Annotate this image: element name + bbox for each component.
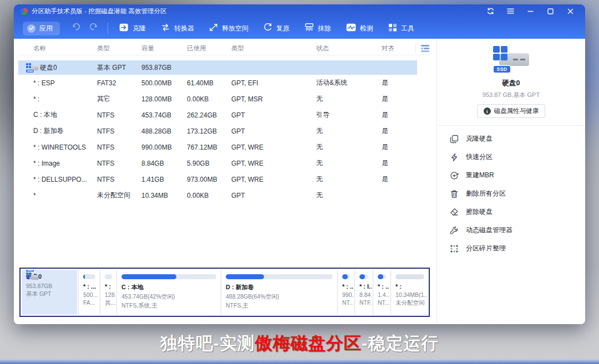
menu-button[interactable] [503, 6, 517, 16]
restore-button[interactable]: 复原 [263, 23, 290, 33]
titlebar[interactable]: 分区助手技术员版 - 挖掘磁盘潜能 高效管理分区 [14, 4, 585, 18]
cell-used: 0.00KB [187, 192, 231, 199]
cell-type: NTFS [97, 160, 141, 167]
row-name-label: 硬盘0 [40, 63, 57, 73]
cell-fs-type: GPT, WRE [231, 143, 316, 151]
column-header: 类型 [231, 44, 316, 53]
cell-type: FAT32 [97, 79, 141, 87]
detect-icon [346, 23, 356, 33]
disk-row[interactable]: SSD硬盘0基本 GPT953.87GB [18, 60, 417, 75]
sidepanel-item-dynamic-disk-manager[interactable]: 动态磁盘管理器 [450, 221, 585, 239]
row-name-label: C : 本地 [33, 110, 57, 120]
maximize-button[interactable] [543, 6, 557, 16]
overview-segment[interactable]: * : ...500...FA... [78, 270, 99, 315]
sidepanel-item-delete-all-partitions[interactable]: 删除所有分区 [450, 184, 585, 203]
converter-button[interactable]: 转换器 [161, 23, 194, 33]
sidepanel: SSD 硬盘0 953.87 GB,基本 GPT i 磁盘属性与健康 克隆硬盘快… [437, 39, 585, 324]
overview-segment[interactable]: C : 本地453.74GB(42%空闲)NTFS,系统,主 [116, 270, 220, 315]
table-row[interactable]: *未分配空间10.34MB0.00KBGPT无 [18, 187, 417, 203]
segment-fs: 未分配空间 [395, 299, 424, 307]
segment-fs: 其... [105, 299, 112, 307]
sidepanel-item-clone-disk[interactable]: 克隆硬盘 [450, 130, 585, 148]
row-name-label: * [33, 192, 36, 199]
overview-segment[interactable]: * : I...8.84...NTF... [354, 270, 372, 315]
usage-bar [105, 274, 112, 279]
overview-disk-block[interactable]: SSD硬盘0953.87GB基本 GPT [22, 270, 77, 315]
usage-bar [342, 274, 350, 279]
cell-name: * : Image [33, 160, 97, 167]
overview-segment[interactable]: * : ...990...NT... [337, 270, 353, 315]
segment-size: 500... [83, 291, 95, 298]
usage-bar [83, 274, 95, 279]
cell-name: * : ESP [33, 79, 97, 87]
detect-button[interactable]: 检测 [346, 23, 373, 33]
cell-used: 973.00MB [187, 176, 231, 183]
undo-button[interactable] [72, 23, 81, 33]
free-space-button[interactable]: 释放空间 [209, 23, 248, 33]
sidepanel-item-label: 克隆硬盘 [466, 134, 493, 143]
overview-segment[interactable]: * : ...1.4...NT... [373, 270, 389, 315]
cell-name: * [33, 192, 97, 199]
sidepanel-item-rebuild-mbr[interactable]: 重建MBR [450, 166, 585, 184]
disk-properties-button[interactable]: i 磁盘属性与健康 [477, 104, 546, 118]
usage-bar-fill [226, 274, 264, 279]
minimize-button[interactable] [523, 6, 537, 16]
toolbar: 应用 克隆转换器释放空间复原抹除检测工具 [14, 18, 585, 39]
wipe-icon [304, 23, 314, 33]
caption-red-part: 傲梅磁盘分区 [255, 334, 362, 353]
column-header: 名称 [33, 44, 97, 53]
segment-name: * : ... [83, 283, 95, 290]
sidepanel-item-quick-partition[interactable]: 快速分区 [450, 148, 585, 166]
overview-segment[interactable]: D : 新加卷488.28GB(64%空闲)NTFS,主 [221, 270, 336, 315]
toolbar-button-label: 抹除 [318, 24, 331, 33]
table-row[interactable]: * : ESPFAT32500.00MB61.40MBGPT, EFI活动&系统… [18, 75, 417, 91]
close-button[interactable] [563, 6, 577, 16]
disk-icon: SSD [26, 63, 38, 73]
table-row[interactable]: * :其它128.00MB0.00KBGPT, MSR无是 [18, 91, 417, 107]
clone-button[interactable]: 克隆 [119, 23, 146, 33]
column-header: 状态 [316, 44, 382, 53]
cell-name: C : 本地 [33, 110, 97, 120]
segment-fs: NT... [378, 299, 386, 306]
toolbar-button-label: 释放空间 [222, 24, 248, 33]
sidepanel-item-wipe-disk[interactable]: 擦除硬盘 [450, 203, 585, 221]
refresh-button[interactable] [483, 6, 498, 16]
sidepanel-item-label: 删除所有分区 [466, 189, 506, 198]
converter-icon [161, 23, 170, 33]
overview-segment[interactable]: * :10.34MB(1...未分配空间 [390, 270, 428, 315]
undo-redo-group [72, 23, 98, 33]
segment-fs: NTFS,主 [226, 302, 333, 310]
tools-button[interactable]: 工具 [388, 23, 414, 33]
usage-bar-fill [83, 274, 85, 279]
overview-segment[interactable]: * :128...其... [100, 270, 115, 315]
disk-summary-card: SSD 硬盘0 953.87 GB,基本 GPT i 磁盘属性与健康 [437, 39, 585, 118]
view-options-icon[interactable] [415, 43, 430, 53]
cell-capacity: 990.00MB [141, 143, 187, 151]
screen: 分区助手技术员版 - 挖掘磁盘潜能 高效管理分区 应用 [0, 0, 599, 364]
table-row[interactable]: * : WINRETOOLSNTFS990.00MB767.12MBGPT, W… [18, 139, 417, 155]
toolbar-buttons: 克隆转换器释放空间复原抹除检测工具 [119, 23, 414, 33]
cell-name: * : WINRETOOLS [33, 143, 97, 151]
caption-part2: -稳定运行 [362, 334, 439, 353]
sidepanel-item-defragment[interactable]: 分区碎片整理 [450, 239, 585, 258]
segment-size: 8.84... [359, 291, 368, 298]
column-header: 已使用 [187, 44, 231, 53]
apply-button[interactable]: 应用 [23, 22, 60, 35]
table-row[interactable]: * : DELLSUPPO...NTFS1.41GB973.00MBGPT, W… [18, 171, 417, 187]
redo-button[interactable] [89, 23, 98, 33]
table-row[interactable]: D : 新加卷NTFS488.28GB173.12GBGPT无是 [18, 123, 417, 139]
sidepanel-item-label: 重建MBR [466, 171, 494, 180]
watermark-caption: 独特吧-实测傲梅磁盘分区-稳定运行 [0, 332, 599, 355]
table-row[interactable]: * : ImageNTFS8.84GB5.90GBGPT, WRE无是 [18, 155, 417, 171]
table-row[interactable]: C : 本地NTFS453.74GB262.24GBGPT引导是 [18, 107, 417, 123]
segment-name: * : I... [359, 283, 368, 290]
cell-used: 61.40MB [187, 79, 231, 87]
usage-bar-fill [342, 274, 348, 279]
cell-fs-type: GPT, WRE [231, 176, 316, 183]
partition-assistant-window: 分区助手技术员版 - 挖掘磁盘潜能 高效管理分区 应用 [14, 4, 585, 324]
cell-fs-type: GPT, EFI [231, 79, 316, 87]
cell-aligned: 是 [382, 78, 413, 88]
toolbar-separator [108, 23, 108, 34]
info-icon: i [484, 107, 491, 115]
wipe-button[interactable]: 抹除 [304, 23, 331, 33]
